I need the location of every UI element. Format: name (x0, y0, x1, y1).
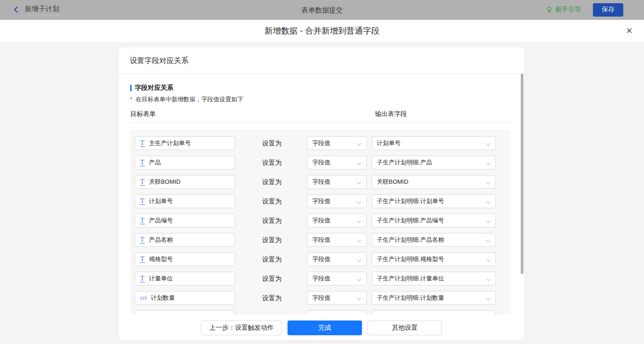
value-type-select[interactable]: 字段值 (307, 156, 367, 169)
target-field-selected: 子生产计划明细.计量单位 (377, 274, 444, 283)
guide-button[interactable]: 新手引导 (546, 6, 581, 14)
text-field-icon: T (140, 275, 145, 282)
field-name: 计量单位 (149, 274, 173, 283)
value-type-selected: 字段值 (312, 178, 330, 186)
modal-header: 新增数据 - 合并新增到普通字段 ✕ (0, 20, 644, 42)
target-field-select[interactable]: 子生产计划明细.产品 (372, 156, 496, 169)
value-type-select[interactable] (307, 310, 367, 315)
field-mapping-row: 123 计划数量 设置为 字段值 子生产计划明细.计划数量 (130, 291, 511, 310)
text-field-icon: T (140, 198, 145, 205)
target-field-select[interactable]: 子生产计划明细.规格型号 (372, 252, 496, 266)
target-field-select[interactable]: 子生产计划明细.计划单号 (372, 194, 496, 208)
done-button[interactable]: 完成 (288, 321, 362, 335)
field-mapping-row: T 主生产计划单号 设置为 字段值 计划单号 (130, 136, 511, 156)
save-button[interactable]: 保存 (593, 3, 623, 17)
target-field-selected: 子生产计划明细.产品 (377, 158, 432, 167)
value-type-selected: 字段值 (312, 294, 330, 302)
prev-step-button[interactable]: 上一步：设置触发动作 (201, 321, 282, 335)
chevron-down-icon (486, 180, 491, 185)
chevron-down-icon (357, 199, 362, 204)
chevron-down-icon (486, 257, 491, 262)
value-type-select[interactable]: 字段值 (307, 136, 367, 150)
target-field-chip[interactable]: T 关联BOMID (135, 175, 235, 189)
target-field-selected: 子生产计划明细.产品编号 (377, 216, 444, 225)
field-name: 规格型号 (149, 255, 173, 263)
section-marker (130, 85, 132, 91)
value-type-select[interactable]: 字段值 (307, 252, 367, 266)
field-name: 计划单号 (149, 197, 173, 205)
target-field-select[interactable]: 子生产计划明细.产品编号 (372, 214, 496, 227)
value-type-selected: 字段值 (312, 197, 330, 205)
field-mapping-row: T 计划单号 设置为 字段值 子生产计划明细.计划单号 (130, 194, 511, 214)
target-field-chip[interactable]: T 产品名称 (135, 233, 235, 247)
topbar: 新增子计划 表单数据提交 新手引导 保存 (0, 0, 644, 20)
section-title: 字段对应关系 (135, 84, 173, 92)
chevron-down-icon (357, 161, 362, 165)
section-heading: 字段对应关系 (130, 84, 173, 92)
field-name: 产品 (149, 158, 161, 167)
target-field-chip[interactable]: T 产品 (135, 156, 235, 169)
value-type-select[interactable]: 字段值 (307, 233, 367, 247)
target-field-select[interactable]: 子生产计划明细.产品名称 (372, 233, 496, 247)
target-field-selected: 子生产计划明细.计划单号 (377, 197, 444, 205)
set-as-label: 设置为 (262, 272, 282, 286)
card-title: 设置字段对应关系 (119, 47, 524, 74)
target-field-chip[interactable]: T 计划单号 (135, 194, 235, 208)
chevron-down-icon (357, 238, 362, 243)
chevron-down-icon (357, 257, 362, 262)
value-type-select[interactable]: 字段值 (307, 272, 367, 286)
chevron-down-icon (357, 141, 362, 146)
field-name: 主生产计划单号 (149, 139, 191, 147)
target-field-selected: 子生产计划明细.计划数量 (377, 294, 444, 302)
back-button[interactable]: 新增子计划 (13, 5, 59, 15)
topbar-actions: 新手引导 保存 (546, 3, 623, 17)
other-settings-button[interactable]: 其他设置 (368, 321, 442, 335)
value-type-select[interactable]: 字段值 (307, 194, 367, 208)
back-label: 新增子计划 (25, 5, 59, 15)
target-field-chip[interactable] (135, 310, 235, 315)
chevron-down-icon (486, 238, 491, 243)
set-as-label: 设置为 (262, 156, 282, 169)
lightbulb-icon (546, 6, 552, 13)
scrollbar-thumb[interactable] (521, 74, 523, 274)
target-field-select[interactable] (372, 310, 496, 315)
field-mapping-rows: T 主生产计划单号 设置为 字段值 计划单号 T 产品 设置为 字段值 子生产计… (130, 130, 511, 315)
target-field-chip[interactable]: T 规格型号 (135, 252, 235, 266)
note-row: *在目标表单中新增数据，字段值设置如下 (130, 95, 243, 104)
set-as-label: 设置为 (262, 214, 282, 227)
text-field-icon: T (140, 256, 145, 263)
close-button[interactable]: ✕ (625, 27, 633, 35)
chevron-down-icon (357, 180, 362, 185)
target-field-select[interactable]: 子生产计划明细.计划数量 (372, 291, 496, 305)
value-type-select[interactable]: 字段值 (307, 291, 367, 305)
chevron-down-icon (486, 199, 491, 204)
close-icon: ✕ (626, 26, 632, 35)
target-field-chip[interactable]: T 计量单位 (135, 272, 235, 286)
field-name: 计划数量 (151, 294, 175, 302)
column-header-output-field: 输出表字段 (375, 110, 407, 118)
target-field-chip[interactable]: T 产品编号 (135, 214, 235, 227)
modal-title: 新增数据 - 合并新增到普通字段 (0, 20, 644, 42)
value-type-selected: 字段值 (312, 158, 330, 167)
chevron-down-icon (486, 277, 491, 281)
field-name: 产品名称 (149, 236, 173, 244)
value-type-selected: 字段值 (312, 255, 330, 263)
set-as-label: 设置为 (262, 233, 282, 247)
required-asterisk: * (130, 96, 132, 103)
target-field-selected: 关联BOMID (377, 178, 408, 186)
value-type-selected: 字段值 (312, 216, 330, 225)
target-field-select[interactable]: 计划单号 (372, 136, 496, 150)
target-field-select[interactable]: 关联BOMID (372, 175, 496, 189)
target-field-select[interactable]: 子生产计划明细.计量单位 (372, 272, 496, 286)
field-name: 关联BOMID (149, 178, 181, 186)
value-type-selected: 字段值 (312, 274, 330, 283)
chevron-down-icon (486, 141, 491, 146)
target-field-chip[interactable]: T 主生产计划单号 (135, 136, 235, 150)
note-text: 在目标表单中新增数据，字段值设置如下 (136, 96, 243, 103)
value-type-select[interactable]: 字段值 (307, 175, 367, 189)
set-as-label: 设置为 (262, 175, 282, 189)
field-mapping-row: T 产品名称 设置为 字段值 子生产计划明细.产品名称 (130, 233, 511, 252)
target-field-chip[interactable]: 123 计划数量 (135, 291, 235, 305)
value-type-select[interactable]: 字段值 (307, 214, 367, 227)
target-field-selected: 子生产计划明细.产品名称 (377, 236, 444, 244)
